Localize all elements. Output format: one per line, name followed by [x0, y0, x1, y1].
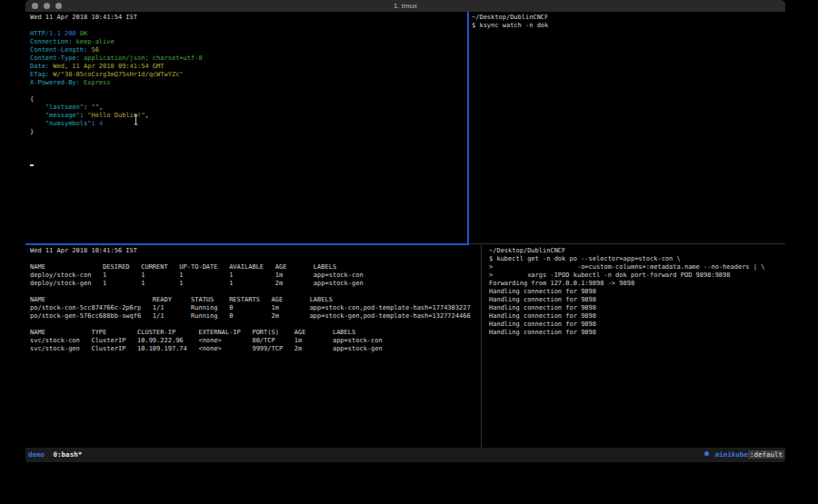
status-right: minikube:default	[704, 448, 784, 462]
pane-ksync[interactable]: ~/Desktop/DublinCNCF$ ksync watch -n dok	[472, 14, 548, 30]
text-cursor-pointer-icon	[133, 112, 139, 123]
kube-context: minikube	[715, 450, 748, 459]
window-indicator[interactable]: 0:bash*	[54, 450, 83, 459]
port-forward-output: ~/Desktop/DublinCNCF$ kubectl get -n dok…	[489, 247, 764, 337]
pane-http-response[interactable]: Wed 11 Apr 2018 10:41:54 ISTHTTP/1.1 200…	[30, 14, 203, 169]
kubectl-get-output: Wed 11 Apr 2018 10:41:56 ISTNAME DESIRED…	[30, 247, 471, 353]
window-title: 1. tmux	[25, 1, 785, 11]
pane-divider-vertical-bottom[interactable]	[481, 245, 482, 448]
pane-divider-vertical-top[interactable]	[467, 12, 469, 244]
pane-kubectl-get[interactable]: Wed 11 Apr 2018 10:41:56 ISTNAME DESIRED…	[30, 247, 471, 353]
terminal-window: 1. tmux Wed 11 Apr 2018 10:41:54 ISTHTTP…	[25, 0, 785, 463]
tmux-status-bar: demo 0:bash* minikube:default	[25, 448, 785, 462]
kubernetes-helm-icon	[704, 451, 709, 456]
desktop: 1. tmux Wed 11 Apr 2018 10:41:54 ISTHTTP…	[0, 0, 818, 504]
window-titlebar[interactable]: 1. tmux	[25, 0, 785, 12]
kube-namespace: :default	[748, 450, 784, 459]
pane-divider-horizontal-active[interactable]	[25, 243, 469, 245]
tmux-terminal: Wed 11 Apr 2018 10:41:54 ISTHTTP/1.1 200…	[25, 12, 785, 448]
pane-port-forward[interactable]: ~/Desktop/DublinCNCF$ kubectl get -n dok…	[489, 247, 764, 337]
session-name: demo	[28, 450, 45, 459]
ksync-output: ~/Desktop/DublinCNCF$ ksync watch -n dok	[472, 14, 548, 30]
pane-divider-horizontal[interactable]	[469, 243, 785, 244]
http-response-output: Wed 11 Apr 2018 10:41:54 ISTHTTP/1.1 200…	[30, 14, 203, 169]
